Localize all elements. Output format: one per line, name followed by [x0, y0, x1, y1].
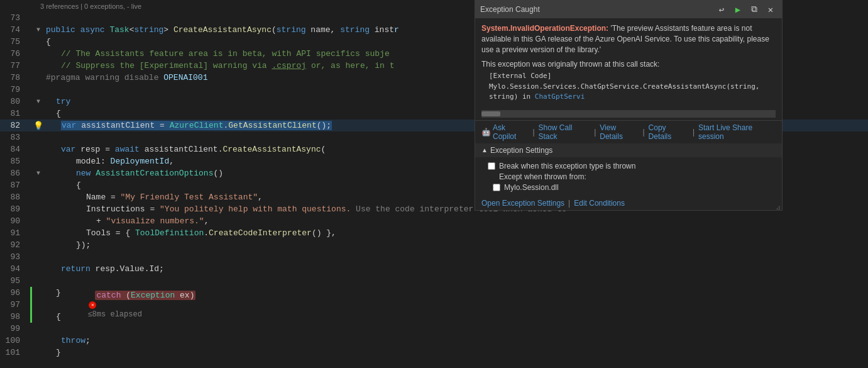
- run-button[interactable]: ▶: [732, 3, 744, 16]
- stack-entry-main: Mylo.Session.Services.ChatGptService.Cre…: [481, 82, 776, 103]
- stack-link[interactable]: ChatGptServi: [535, 92, 585, 101]
- break-checkbox[interactable]: [488, 162, 495, 170]
- resize-handle[interactable]: ⊿: [776, 204, 782, 210]
- popup-body: System.InvalidOperationException: 'The p…: [475, 18, 782, 108]
- table-row: 91 Tools = { ToolDefinition.CreateCodeIn…: [0, 227, 868, 239]
- exception-type: System.InvalidOperationException:: [481, 24, 608, 33]
- exception-popup: Exception Caught ↩ ▶ ⧉ ✕ System.InvalidO…: [475, 0, 783, 211]
- close-button[interactable]: ✕: [764, 3, 777, 16]
- exception-settings-body: Break when this exception type is thrown…: [475, 157, 782, 196]
- bulb-icon[interactable]: 💡: [33, 121, 43, 131]
- horizontal-scrollbar[interactable]: [481, 110, 776, 118]
- table-row: 98 {: [0, 311, 868, 323]
- exception-settings-label: Exception Settings: [490, 146, 552, 155]
- ask-copilot-link[interactable]: Ask Copilot: [493, 123, 529, 141]
- back-button[interactable]: ↩: [715, 3, 728, 16]
- start-live-share-link[interactable]: Start Live Share session: [698, 123, 776, 141]
- collapse-arrow[interactable]: ▼: [36, 98, 40, 105]
- dll-label: Mylo.Session.dll: [504, 183, 559, 192]
- except-when-text: Except when thrown from:: [488, 172, 776, 181]
- action-bar: 🤖 Ask Copilot | Show Call Stack | View D…: [475, 120, 782, 143]
- table-row: 97 catch (Exception ex) ✕ ≤8ms elapsed: [0, 299, 868, 311]
- table-row: 101 }: [0, 347, 868, 359]
- view-details-link[interactable]: View Details: [600, 123, 639, 141]
- edit-conditions-link[interactable]: Edit Conditions: [574, 199, 625, 208]
- exception-settings-header[interactable]: ▲ Exception Settings: [475, 143, 782, 157]
- break-checkbox-row: Break when this exception type is thrown: [488, 162, 776, 170]
- dll-checkbox-row: Mylo.Session.dll: [493, 183, 776, 192]
- dll-checkbox[interactable]: [493, 184, 500, 191]
- popup-controls: ↩ ▶ ⧉ ✕: [715, 3, 777, 16]
- restore-button[interactable]: ⧉: [748, 3, 761, 16]
- open-exception-settings-link[interactable]: Open Exception Settings: [481, 199, 564, 208]
- table-row: 100 throw;: [0, 335, 868, 347]
- copy-details-link[interactable]: Copy Details: [649, 123, 689, 141]
- copilot-icon: 🤖: [481, 128, 491, 137]
- section-arrow-icon: ▲: [481, 147, 488, 153]
- footer-links: Open Exception Settings | Edit Condition…: [475, 196, 782, 210]
- table-row: 92 });: [0, 239, 868, 251]
- table-row: 93: [0, 251, 868, 263]
- table-row: 94 return resp.Value.Id;: [0, 263, 868, 275]
- reference-bar: 3 references | 0 exceptions, - live: [40, 0, 141, 12]
- scrollbar-thumb[interactable]: [481, 111, 500, 116]
- exception-message: System.InvalidOperationException: 'The p…: [481, 23, 776, 55]
- collapse-arrow[interactable]: ▼: [36, 26, 40, 33]
- stack-title: This exception was originally thrown at …: [481, 60, 776, 69]
- show-call-stack-link[interactable]: Show Call Stack: [539, 123, 591, 141]
- break-label: Break when this exception type is thrown: [499, 162, 635, 170]
- popup-title: Exception Caught: [480, 5, 540, 14]
- stack-entry: [External Code]: [481, 71, 776, 82]
- collapse-arrow[interactable]: ▼: [36, 170, 40, 177]
- table-row: 90 + "visualize numbers.",: [0, 215, 868, 227]
- popup-titlebar: Exception Caught ↩ ▶ ⧉ ✕: [475, 1, 782, 18]
